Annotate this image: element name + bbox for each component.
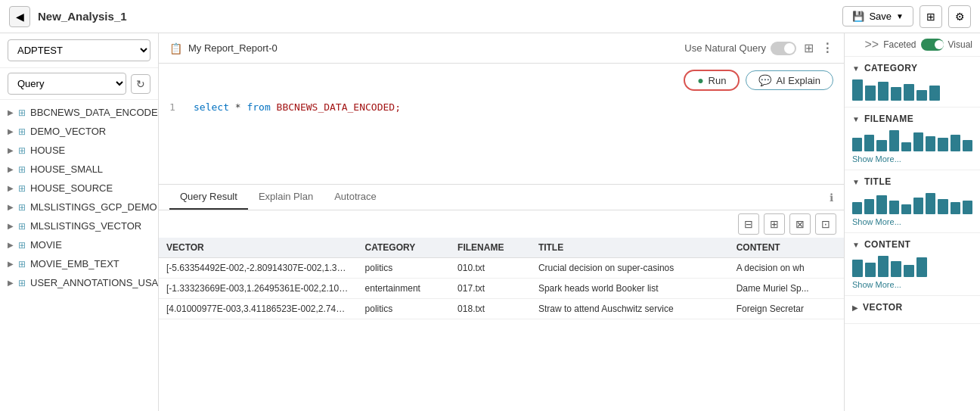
section-arrow: ▼ (852, 178, 860, 186)
rs-expand-icon[interactable]: >> (864, 38, 879, 51)
tree-item[interactable]: ▶⊞BBCNEWS_DATA_ENCODE (0, 103, 158, 122)
faceted-visual-toggle[interactable] (921, 39, 944, 51)
tree-item[interactable]: ▶⊞MLSLISTINGS_GCP_DEMO (0, 198, 158, 216)
tree-arrow: ▶ (8, 279, 14, 287)
bar (913, 198, 923, 214)
keyword-from: from (247, 101, 270, 113)
bar (901, 142, 911, 151)
tree-item[interactable]: ▶⊞MOVIE_EMB_TEXT (0, 254, 158, 273)
code-editor[interactable]: 1 select * from BBCNEWS_DATA_ENCODED; (159, 94, 844, 185)
cell-category: politics (358, 258, 451, 279)
cell-vector: [-1.33323669E-003,1.26495361E-002,2.1072… (159, 279, 358, 299)
bar (876, 195, 886, 214)
report-title-text: My Report_Report-0 (188, 42, 278, 54)
table-row[interactable]: [-1.33323669E-003,1.26495361E-002,2.1072… (159, 279, 844, 299)
rs-toggle-knob (935, 40, 944, 49)
toggle-switch[interactable] (771, 42, 796, 55)
save-dropdown-arrow: ▼ (896, 12, 904, 20)
rs-section-header-filename[interactable]: ▼FILENAME (852, 114, 972, 124)
table-icon: ⊞ (18, 221, 26, 232)
cell-vector: [4.01000977E-003,3.41186523E-002,2.74353… (159, 299, 358, 319)
save-icon: 💾 (852, 11, 864, 22)
show-more-link-title[interactable]: Show More... (852, 217, 972, 226)
columns-view-button[interactable]: ⊠ (789, 213, 811, 235)
adjust-icon-button[interactable]: ⊞ (804, 41, 814, 55)
tab-autotrace[interactable]: Autotrace (324, 185, 387, 210)
tabs-row: Query ResultExplain PlanAutotraceℹ (159, 185, 844, 210)
cell-category: entertainment (358, 279, 451, 299)
rs-section-header-content[interactable]: ▼CONTENT (852, 239, 972, 250)
tab-explain-plan[interactable]: Explain Plan (248, 185, 324, 210)
cell-content: A decision on wh (729, 258, 844, 279)
table-row[interactable]: [4.01000977E-003,3.41186523E-002,2.74353… (159, 299, 844, 319)
rs-section-filename: ▼FILENAMEShow More... (845, 107, 980, 170)
grid-icon-button[interactable]: ⊞ (920, 5, 942, 28)
tree-arrow: ▶ (8, 241, 14, 249)
section-label: CONTENT (864, 239, 972, 250)
query-select[interactable]: Query (8, 73, 126, 95)
visual-label: Visual (948, 39, 972, 50)
run-icon: ● (697, 74, 703, 86)
tree-arrow: ▶ (8, 108, 14, 117)
ai-explain-button[interactable]: 💬 AI Explain (746, 70, 833, 90)
section-label: VECTOR (863, 302, 972, 313)
rs-top-bar: >> Faceted Visual (845, 33, 980, 57)
rs-section-title: ▼TITLEShow More... (845, 170, 980, 233)
tree-item[interactable]: ▶⊞MLSLISTINGS_VECTOR (0, 216, 158, 235)
show-more-link-filename[interactable]: Show More... (852, 154, 972, 163)
save-button[interactable]: 💾 Save ▼ (842, 6, 913, 26)
rs-section-header-title[interactable]: ▼TITLE (852, 176, 972, 187)
rs-section-category: ▼CATEGORY (845, 57, 980, 107)
settings-icon-button[interactable]: ⚙ (948, 5, 971, 28)
run-button[interactable]: ● Run (684, 70, 740, 91)
bar (852, 202, 862, 214)
section-arrow: ▶ (852, 304, 858, 312)
rs-section-header-category[interactable]: ▼CATEGORY (852, 63, 972, 73)
rs-sections: ▼CATEGORY▼FILENAMEShow More...▼TITLEShow… (845, 57, 980, 324)
cell-filename: 018.txt (450, 299, 531, 319)
back-button[interactable]: ◀ (9, 6, 30, 27)
tree-item[interactable]: ▶⊞USER_ANNOTATIONS_USA (0, 273, 158, 292)
tree-item-label: MOVIE_EMB_TEXT (30, 258, 119, 269)
data-table: VECTORCATEGORYFILENAMETITLECONTENT [-5.6… (159, 238, 844, 319)
db-select[interactable]: ADPTEST (8, 39, 150, 61)
main-layout: ADPTEST Query ↻ ▶⊞BBCNEWS_DATA_ENCODE▶⊞D… (0, 33, 980, 411)
tree-arrow: ▶ (8, 184, 14, 192)
bar-chart-title (852, 191, 972, 214)
table-icon: ⊞ (18, 126, 26, 137)
bar (913, 132, 923, 151)
tree-item-label: HOUSE (30, 145, 65, 156)
table-view-button[interactable]: ⊟ (738, 213, 759, 235)
tree-item[interactable]: ▶⊞HOUSE (0, 141, 158, 160)
chart-view-button[interactable]: ⊡ (815, 213, 836, 235)
bar (938, 199, 947, 214)
bar-chart-content (852, 254, 972, 277)
more-menu-button[interactable]: ⋮ (821, 41, 833, 55)
bar (852, 138, 862, 151)
grid-view-button[interactable]: ⊞ (764, 213, 785, 235)
col-header-filename: FILENAME (450, 238, 531, 258)
tree-item[interactable]: ▶⊞DEMO_VECTOR (0, 122, 158, 141)
bar (904, 84, 914, 101)
refresh-button[interactable]: ↻ (131, 74, 150, 94)
bar (904, 265, 914, 277)
table-row[interactable]: [-5.63354492E-002,-2.80914307E-002,1.321… (159, 258, 844, 279)
section-arrow: ▼ (852, 115, 860, 123)
tab-info-button[interactable]: ℹ (830, 191, 833, 204)
bar (926, 136, 935, 151)
tree-item[interactable]: ▶⊞MOVIE (0, 235, 158, 254)
editor-toolbar: ● Run 💬 AI Explain (159, 64, 844, 94)
rs-section-header-vector[interactable]: ▶VECTOR (852, 302, 972, 313)
tree-item-label: DEMO_VECTOR (30, 126, 106, 137)
table-icon: ⊞ (18, 183, 26, 194)
rs-section-vector: ▶VECTOR (845, 296, 980, 324)
bar (891, 261, 901, 277)
tree-item[interactable]: ▶⊞HOUSE_SOURCE (0, 179, 158, 198)
tree-item[interactable]: ▶⊞HOUSE_SMALL (0, 160, 158, 179)
faceted-label: Faceted (883, 39, 916, 50)
bar-chart-filename (852, 129, 972, 151)
bar (852, 260, 863, 277)
tree-arrow: ▶ (8, 165, 14, 173)
tab-query-result[interactable]: Query Result (169, 185, 248, 210)
show-more-link-content[interactable]: Show More... (852, 280, 972, 289)
